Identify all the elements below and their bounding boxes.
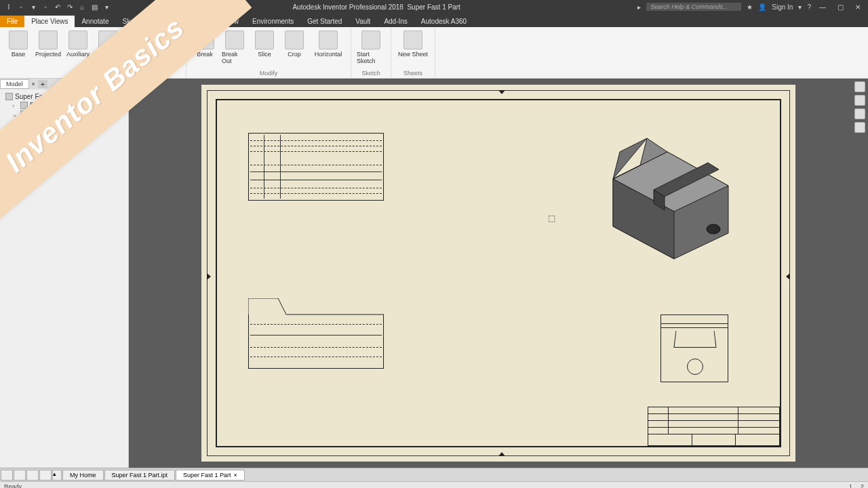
titlebar: I ▫ ▾ ▫ ↶ ↷ ⌂ ▤ ▾ Autodesk Inventor Prof… (0, 0, 868, 14)
layout-menu[interactable]: ▴ (52, 470, 62, 481)
zoom-icon[interactable] (854, 108, 865, 119)
svg-point-7 (707, 224, 720, 234)
group-label-sheets: Sheets (395, 70, 431, 77)
group-label-sketch: Sketch (355, 70, 387, 77)
start-sketch-button[interactable]: Start Sketch (355, 29, 387, 66)
horizontal-icon (319, 30, 338, 49)
browser-tab-add[interactable]: + (38, 80, 47, 88)
group-label-modify: Modify (191, 70, 347, 77)
nav-tools (854, 81, 867, 133)
slice-button[interactable]: Slice (250, 29, 279, 66)
view-side[interactable] (660, 314, 728, 382)
app-icon: I (4, 2, 14, 12)
view-top[interactable] (248, 133, 384, 201)
status-ready: Ready (4, 483, 22, 489)
ribbon-group-sheets: New Sheet Sheets (391, 27, 435, 78)
side-circle (687, 359, 703, 375)
open-icon[interactable]: ▾ (28, 2, 38, 12)
slice-icon (255, 30, 274, 49)
marker-bottom (498, 452, 505, 456)
new-sheet-button[interactable]: New Sheet (395, 29, 431, 59)
front-outline (248, 298, 384, 352)
iso-svg (593, 125, 742, 260)
star-icon[interactable]: ★ (747, 3, 753, 11)
status-page2: 2 (861, 483, 864, 489)
projected-button[interactable]: Projected (34, 29, 62, 59)
new-icon[interactable]: ▫ (16, 2, 26, 12)
layout-btn-1[interactable] (1, 470, 13, 481)
minimize-button[interactable]: — (816, 3, 829, 11)
tab-a360[interactable]: Autodesk A360 (414, 16, 473, 27)
breakout-icon (225, 30, 244, 49)
view-front[interactable] (248, 314, 384, 369)
tab-get-started[interactable]: Get Started (300, 16, 349, 27)
tab-environments[interactable]: Environments (245, 16, 300, 27)
close-button[interactable]: ✕ (852, 3, 864, 11)
document-tabs: ▴ My Home Super Fast 1 Part.ipt Super Fa… (0, 468, 868, 481)
sketch-icon (361, 30, 380, 49)
ribbon-group-sketch: Start Sketch Sketch (351, 27, 391, 78)
orbit-icon[interactable] (854, 122, 865, 133)
undo-icon[interactable]: ↶ (53, 2, 62, 12)
layout-btn-4[interactable] (39, 470, 52, 481)
redo-icon[interactable]: ↷ (65, 2, 75, 12)
save-icon[interactable]: ▫ (41, 2, 50, 12)
status-page1: 1 (849, 483, 852, 489)
auxiliary-button[interactable]: Auxiliary (64, 29, 92, 59)
signin-link[interactable]: Sign In (772, 3, 793, 11)
main-area: Model × + Super Fast 1 Part ›Drawing Res… (0, 79, 868, 468)
crop-icon (285, 30, 304, 49)
layout-btn-2[interactable] (14, 470, 26, 481)
tab-annotate[interactable]: Annotate (75, 16, 115, 27)
browser-tab-model[interactable]: Model (0, 79, 29, 89)
horizontal-button[interactable]: Horizontal (310, 29, 347, 66)
file-tab[interactable]: File (0, 16, 24, 27)
tab-place-views[interactable]: Place Views (24, 16, 75, 27)
tab-addins[interactable]: Add-Ins (377, 16, 414, 27)
pan-icon[interactable] (854, 95, 865, 106)
print-icon[interactable]: ▤ (90, 2, 99, 12)
qat-more-icon[interactable]: ▾ (102, 2, 111, 12)
doctab-home[interactable]: My Home (62, 470, 104, 481)
marker-left (207, 273, 211, 280)
drawing-canvas[interactable] (129, 79, 868, 468)
cart-icon[interactable]: ▾ (798, 3, 802, 11)
auxiliary-icon (68, 30, 87, 49)
marker-right (786, 273, 790, 280)
search-marker-icon: ▸ (637, 3, 641, 11)
help-icon[interactable]: ? (807, 3, 811, 11)
quick-access-toolbar: I ▫ ▾ ▫ ↶ ↷ ⌂ ▤ ▾ (0, 2, 115, 12)
view-isometric[interactable] (593, 125, 742, 260)
doctab-ipt[interactable]: Super Fast 1 Part.ipt (104, 470, 176, 481)
side-trapezoid (673, 331, 716, 348)
projected-icon (39, 30, 58, 49)
browser-tab-close[interactable]: × (29, 80, 38, 88)
base-button[interactable]: Base (4, 29, 33, 59)
title-block (648, 407, 780, 446)
sheet-icon (403, 30, 422, 49)
user-icon[interactable]: 👤 (758, 3, 766, 11)
doc-icon (5, 93, 13, 100)
crop-button[interactable]: Crop (280, 29, 309, 66)
drawing-sheet (207, 90, 790, 456)
search-input[interactable]: Search Help & Commands... (646, 3, 741, 11)
home-icon[interactable]: ⌂ (77, 2, 87, 12)
doctab-close-icon[interactable]: × (234, 472, 237, 479)
breakout-button[interactable]: Break Out (220, 29, 249, 66)
maximize-button[interactable]: ▢ (834, 3, 846, 11)
tab-vault[interactable]: Vault (349, 16, 377, 27)
marker-top (498, 90, 505, 94)
layout-btn-3[interactable] (26, 470, 39, 481)
navcube-icon[interactable] (854, 81, 865, 92)
base-icon (9, 30, 28, 49)
status-bar: Ready 1 2 (0, 481, 868, 488)
doctab-drawing[interactable]: Super Fast 1 Part× (176, 470, 245, 481)
